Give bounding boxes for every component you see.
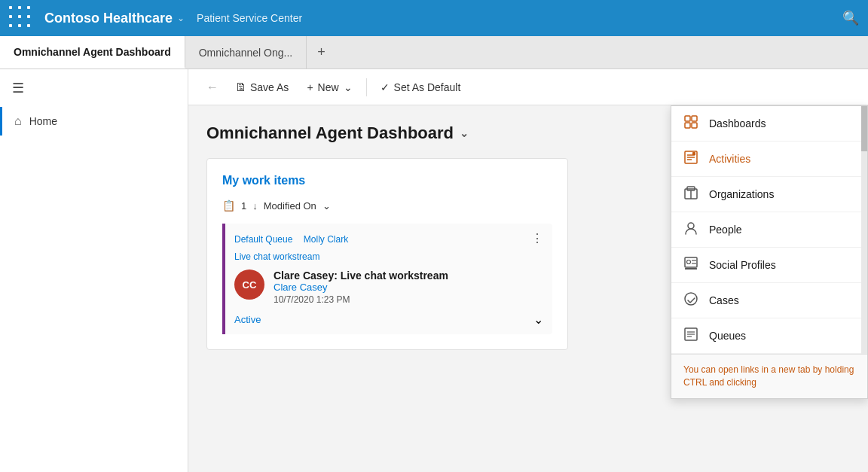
status-chevron-icon[interactable]: ⌄: [533, 312, 543, 327]
dropdown-items-list: Dashboards Activities: [671, 106, 861, 354]
avatar-initials: CC: [243, 279, 257, 291]
dropdown-item-queues-label: Queues: [709, 330, 746, 342]
svg-rect-0: [685, 116, 690, 121]
set-as-default-button[interactable]: ✓ Set As Default: [373, 77, 469, 98]
save-as-icon: 🖺: [235, 81, 246, 93]
checkmark-icon: ✓: [381, 81, 390, 93]
search-icon[interactable]: 🔍: [842, 10, 859, 26]
avatar: CC: [234, 269, 264, 300]
work-item-meta: Default Queue Molly Clark ⋮: [234, 231, 543, 245]
work-item-customer: Clare Casey: [274, 282, 543, 293]
dropdown-item-dashboards[interactable]: Dashboards: [671, 106, 861, 142]
dropdown-item-organizations-label: Organizations: [709, 188, 774, 200]
save-as-button[interactable]: 🖺 Save As: [228, 77, 296, 98]
work-item-body: CC Clare Casey: Live chat workstream Cla…: [234, 269, 543, 305]
dropdown-scrollbar[interactable]: [861, 106, 867, 354]
work-item-queue-agent: Default Queue Molly Clark: [234, 232, 348, 245]
work-item-queue: Default Queue: [234, 234, 292, 245]
add-tab-button[interactable]: +: [307, 36, 336, 69]
dropdown-item-social-profiles-label: Social Profiles: [709, 259, 776, 271]
dropdown-item-social-profiles[interactable]: Social Profiles: [671, 248, 861, 283]
people-icon: [683, 221, 698, 238]
svg-rect-8: [692, 152, 695, 155]
work-item-details: Clare Casey: Live chat workstream Clare …: [274, 269, 543, 305]
back-button[interactable]: ←: [200, 76, 225, 99]
tab-omnichannel-ongoing[interactable]: Omnichannel Ong...: [185, 36, 307, 69]
work-items-sort: 📋 1 ↓ Modified On ⌄: [222, 199, 552, 212]
svg-rect-3: [692, 123, 697, 128]
dropdown-item-cases[interactable]: Cases: [671, 283, 861, 318]
svg-point-12: [688, 223, 694, 229]
toolbar: ← 🖺 Save As + New ⌄ ✓ Set As Default: [188, 69, 868, 105]
brand-name: Contoso Healthcare: [44, 11, 173, 26]
sort-chevron-icon[interactable]: ⌄: [322, 200, 331, 212]
dropdown-menu: Dashboards Activities: [671, 105, 868, 399]
svg-rect-2: [685, 123, 690, 128]
dashboard-title-text: Omnichannel Agent Dashboard: [206, 123, 454, 143]
sort-field-label[interactable]: Modified On: [264, 200, 316, 212]
sort-icon: 📋: [222, 199, 235, 212]
cases-icon: [683, 292, 698, 309]
work-items-header: My work items: [222, 174, 552, 187]
new-label: New: [318, 81, 339, 93]
work-item-agent: Molly Clark: [304, 234, 348, 245]
tab-omnichannel-agent-dashboard[interactable]: Omnichannel Agent Dashboard: [0, 36, 185, 69]
new-chevron-icon: ⌄: [344, 81, 353, 93]
queues-icon: [683, 327, 698, 344]
dropdown-footer: You can open links in a new tab by holdi…: [671, 354, 867, 398]
top-nav: Contoso Healthcare ⌄ Patient Service Cen…: [0, 0, 868, 36]
svg-rect-1: [692, 116, 697, 121]
activities-icon: [683, 151, 698, 167]
svg-rect-17: [685, 268, 697, 269]
home-icon: ⌂: [14, 114, 22, 128]
dropdown-scrollbar-handle: [861, 106, 867, 151]
app-name: Patient Service Center: [197, 12, 842, 24]
work-item-status-row: Active ⌄: [234, 312, 543, 327]
dashboard-title-chevron-icon[interactable]: ⌄: [460, 127, 469, 139]
sidebar-item-home[interactable]: ⌂ Home: [0, 107, 188, 136]
dropdown-scroll-container: Dashboards Activities: [671, 106, 867, 354]
svg-point-18: [685, 293, 697, 305]
content-area: ← 🖺 Save As + New ⌄ ✓ Set As Default Omn…: [188, 69, 868, 472]
set-as-default-label: Set As Default: [394, 81, 461, 93]
app-grid-icon[interactable]: [9, 6, 34, 31]
dropdown-item-queues[interactable]: Queues: [671, 318, 861, 354]
dashboards-icon: [683, 115, 698, 132]
work-item-title: Clare Casey: Live chat workstream: [274, 269, 543, 282]
svg-point-14: [687, 260, 691, 264]
dropdown-item-activities[interactable]: Activities: [671, 142, 861, 177]
toolbar-separator: [366, 78, 367, 96]
hamburger-menu-button[interactable]: ☰: [0, 69, 188, 107]
tab-label-inactive: Omnichannel Ong...: [199, 47, 293, 59]
sidebar-home-label: Home: [29, 115, 57, 127]
add-tab-icon: +: [317, 44, 326, 60]
social-profiles-icon: [683, 257, 698, 273]
save-as-label: Save As: [250, 81, 289, 93]
tab-bar: Omnichannel Agent Dashboard Omnichannel …: [0, 36, 868, 69]
sort-count: 1: [241, 200, 246, 212]
work-item-date: 10/7/2020 1:23 PM: [274, 294, 543, 305]
work-item: Default Queue Molly Clark ⋮ Live chat wo…: [222, 224, 552, 334]
dropdown-item-dashboards-label: Dashboards: [709, 117, 766, 129]
new-icon: +: [307, 81, 313, 93]
work-item-more-button[interactable]: ⋮: [531, 231, 543, 245]
dropdown-item-people[interactable]: People: [671, 212, 861, 248]
work-item-workstream: Live chat workstream: [234, 251, 543, 262]
dropdown-item-activities-label: Activities: [709, 153, 750, 165]
tab-label-active: Omnichannel Agent Dashboard: [14, 46, 171, 58]
sidebar: ☰ ⌂ Home: [0, 69, 188, 472]
work-items-card: My work items 📋 1 ↓ Modified On ⌄ Defaul…: [206, 158, 568, 350]
dropdown-item-cases-label: Cases: [709, 294, 739, 306]
new-button[interactable]: + New ⌄: [299, 77, 359, 98]
sort-arrow-icon[interactable]: ↓: [252, 200, 258, 212]
status-badge: Active: [234, 314, 261, 325]
brand-chevron-icon[interactable]: ⌄: [177, 13, 185, 23]
dropdown-item-organizations[interactable]: Organizations: [671, 177, 861, 212]
dropdown-item-people-label: People: [709, 224, 742, 236]
main-layout: ☰ ⌂ Home ← 🖺 Save As + New ⌄ ✓ Set As De…: [0, 69, 868, 472]
organizations-icon: [683, 186, 698, 203]
